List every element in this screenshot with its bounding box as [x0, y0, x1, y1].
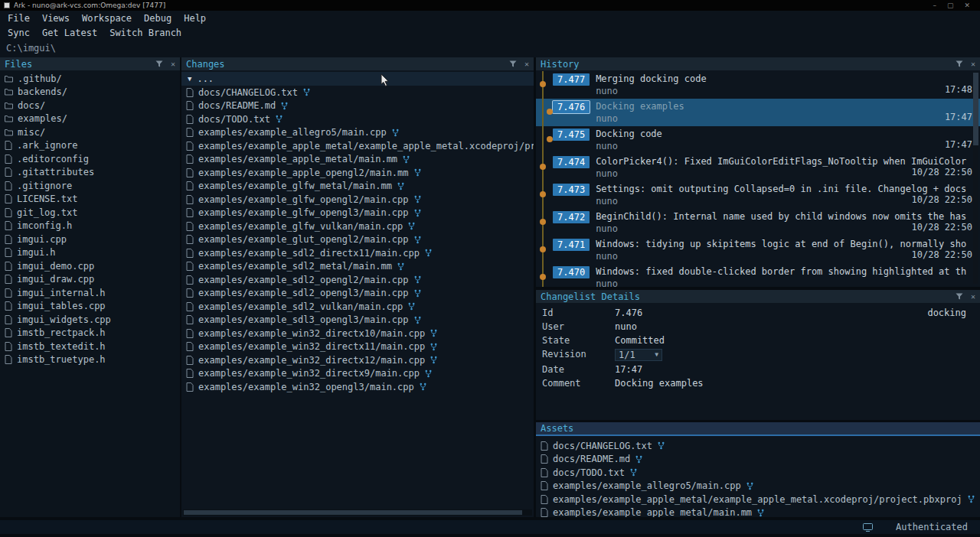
expand-arrow-icon[interactable]: ▼ [188, 75, 191, 83]
file-tree-item[interactable]: .gitattributes [0, 166, 180, 180]
changed-file-item[interactable]: examples/example_sdl2_opengl3/main.cpp [181, 287, 534, 301]
changed-file-item[interactable]: docs/README.md [181, 99, 534, 113]
file-tree-item[interactable]: imgui.h [0, 246, 180, 260]
changed-file-item[interactable]: examples/example_sdl2_directx11/main.cpp [181, 246, 534, 260]
changes-tree-root[interactable]: ▼ ... [181, 72, 534, 86]
changed-file-item[interactable]: examples/example_apple_opengl2/main.mm [181, 166, 534, 180]
changed-file-name: examples/example_sdl2_metal/main.mm [198, 261, 392, 272]
changed-file-item[interactable]: docs/TODO.txt [181, 112, 534, 126]
menu-item[interactable]: Help [178, 12, 212, 24]
file-tree-item[interactable]: docs/ [0, 99, 180, 112]
vertical-scrollbar[interactable] [973, 73, 978, 284]
connection-monitor-icon [863, 523, 873, 532]
commit-dot-icon [540, 81, 546, 87]
file-tree-item[interactable]: imgui.cpp [0, 233, 180, 246]
changed-file-item[interactable]: examples/example_glfw_vulkan/main.cpp [181, 220, 534, 233]
revision-selector[interactable]: 1/1 ▼ [615, 349, 662, 361]
file-tree-item[interactable]: examples/ [0, 112, 180, 126]
toolbar-button[interactable]: Sync [2, 27, 36, 39]
details-panel-header: Changelist Details ✕ [536, 290, 980, 303]
asset-item[interactable]: docs/CHANGELOG.txt [536, 439, 980, 453]
menu-item[interactable]: Debug [138, 12, 178, 24]
file-tree-item[interactable]: misc/ [0, 125, 180, 139]
changed-file-item[interactable]: examples/example_glfw_metal/main.mm [181, 180, 534, 194]
file-tree-item[interactable]: .ark_ignore [0, 139, 180, 153]
commit-dot-icon [547, 109, 553, 115]
file-icon [541, 468, 548, 477]
changed-file-item[interactable]: examples/example_sdl2_vulkan/main.cpp [181, 300, 534, 314]
changed-file-item[interactable]: examples/example_win32_directx12/main.cp… [181, 353, 534, 367]
changed-file-item[interactable]: examples/example_win32_directx10/main.cp… [181, 327, 534, 340]
asset-item[interactable]: examples/example_allegro5/main.cpp [536, 480, 980, 493]
changed-file-item[interactable]: examples/example_glfw_opengl2/main.cpp [181, 193, 534, 207]
filter-icon[interactable] [509, 60, 517, 67]
file-tree-item[interactable]: backends/ [0, 86, 180, 99]
filter-icon[interactable] [155, 60, 163, 67]
file-tree-item[interactable]: imstb_truetype.h [0, 353, 180, 367]
file-tree-item[interactable]: .github/ [0, 72, 180, 86]
file-icon [5, 262, 12, 271]
history-commit-row[interactable]: 7.473 Settings: omit outputing Collapsed… [536, 181, 980, 209]
history-commit-row[interactable]: 7.470 Windows: fixed double-clicked bord… [536, 264, 980, 287]
file-tree-item[interactable]: imstb_rectpack.h [0, 327, 180, 340]
changed-file-item[interactable]: examples/example_win32_directx11/main.cp… [181, 340, 534, 354]
scrollbar-thumb[interactable] [973, 73, 978, 145]
changed-file-item[interactable]: docs/CHANGELOG.txt [181, 86, 534, 99]
asset-item[interactable]: examples/example_apple_metal/main.mm [536, 506, 980, 518]
filter-icon[interactable] [956, 60, 963, 67]
history-commit-row[interactable]: 7.471 Windows: tidying up skipitems logi… [536, 236, 980, 264]
close-panel-icon[interactable]: ✕ [171, 60, 175, 68]
file-tree-item[interactable]: git_log.txt [0, 206, 180, 220]
history-commit-row[interactable]: 7.474 ColorPicker4(): Fixed ImGuiColorEd… [536, 154, 980, 181]
changed-file-item[interactable]: examples/example_sdl2_opengl2/main.cpp [181, 273, 534, 287]
changed-file-item[interactable]: examples/example_sdl3_opengl3/main.cpp [181, 314, 534, 327]
changed-file-item[interactable]: examples/example_apple_metal/example_app… [181, 139, 534, 153]
history-commit-row[interactable]: 7.477 Merging docking code nuno 17:48 [536, 71, 980, 99]
file-tree-item[interactable]: LICENSE.txt [0, 193, 180, 207]
close-panel-icon[interactable]: ✕ [524, 60, 529, 68]
close-panel-icon[interactable]: ✕ [971, 293, 975, 301]
revision-badge: 7.473 [553, 184, 590, 196]
assets-title: Assets [541, 423, 573, 434]
branch-change-icon [425, 369, 432, 378]
minimize-button[interactable]: – [933, 2, 936, 9]
file-tree-item[interactable]: imgui_demo.cpp [0, 259, 180, 273]
file-tree-item[interactable]: imconfig.h [0, 220, 180, 233]
file-tree-item[interactable]: .gitignore [0, 179, 180, 193]
history-commit-row[interactable]: 7.476 Docking examples nuno 17:47 [536, 99, 980, 126]
toolbar-button[interactable]: Switch Branch [103, 27, 188, 39]
asset-item[interactable]: docs/TODO.txt [536, 466, 980, 480]
menu-item[interactable]: Views [36, 12, 76, 24]
changed-file-item[interactable]: examples/example_sdl2_metal/main.mm [181, 260, 534, 274]
asset-item[interactable]: docs/README.md [536, 453, 980, 467]
changed-file-item[interactable]: examples/example_allegro5/main.cpp [181, 126, 534, 140]
changed-file-item[interactable]: examples/example_win32_directx9/main.cpp [181, 367, 534, 381]
file-tree-item[interactable]: .editorconfig [0, 152, 180, 166]
scrollbar-thumb[interactable] [184, 510, 522, 515]
revision-badge: 7.477 [553, 73, 590, 86]
file-icon [186, 168, 194, 177]
changed-file-item[interactable]: examples/example_win32_opengl3/main.cpp [181, 380, 534, 394]
asset-name: examples/example_apple_metal/example_app… [553, 494, 962, 505]
maximize-button[interactable]: ▢ [947, 2, 954, 9]
changed-file-item[interactable]: examples/example_glut_opengl2/main.cpp [181, 233, 534, 247]
file-tree-item[interactable]: imstb_textedit.h [0, 340, 180, 353]
history-commit-row[interactable]: 7.472 BeginChild(): Internal name used b… [536, 209, 980, 236]
changed-file-name: examples/example_win32_directx11/main.cp… [198, 341, 425, 352]
menu-item[interactable]: File [2, 12, 36, 24]
horizontal-scrollbar[interactable] [183, 509, 532, 516]
changed-file-item[interactable]: examples/example_glfw_opengl3/main.cpp [181, 207, 534, 220]
menu-item[interactable]: Workspace [76, 12, 138, 24]
asset-item[interactable]: examples/example_apple_metal/example_app… [536, 493, 980, 506]
file-tree-item[interactable]: imgui_tables.cpp [0, 300, 180, 314]
file-tree-item[interactable]: imgui_draw.cpp [0, 273, 180, 287]
file-tree-item[interactable]: imgui_internal.h [0, 286, 180, 300]
close-button[interactable]: ✕ [964, 2, 970, 9]
changed-file-item[interactable]: examples/example_apple_metal/main.mm [181, 153, 534, 167]
file-tree-item[interactable]: imgui_widgets.cpp [0, 313, 180, 327]
history-commit-row[interactable]: 7.475 Docking code nuno 17:47 [536, 126, 980, 154]
filter-icon[interactable] [956, 293, 963, 300]
commit-title: Settings: omit outputing Collapsed=0 in … [596, 184, 972, 194]
toolbar-button[interactable]: Get Latest [36, 27, 103, 39]
close-panel-icon[interactable]: ✕ [971, 60, 975, 68]
